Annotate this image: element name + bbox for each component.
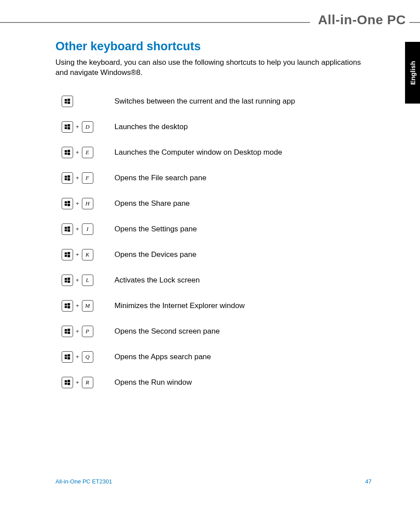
plus-separator: + <box>76 200 79 207</box>
shortcut-description: Switches between the current and the las… <box>114 97 295 106</box>
svg-rect-42 <box>65 357 67 359</box>
letter-key: H <box>82 198 93 209</box>
shortcut-row: +POpens the Second screen pane <box>62 319 372 344</box>
shortcut-row: +HOpens the Share pane <box>62 191 372 216</box>
svg-rect-45 <box>67 380 70 382</box>
svg-rect-9 <box>67 150 70 152</box>
windows-icon <box>64 354 70 360</box>
svg-rect-5 <box>67 124 70 126</box>
shortcut-keys: +H <box>62 198 114 209</box>
svg-rect-41 <box>67 354 70 357</box>
plus-separator: + <box>76 328 79 334</box>
svg-rect-21 <box>67 227 70 229</box>
svg-rect-13 <box>67 175 70 178</box>
windows-icon <box>64 303 70 309</box>
footer-page-number: 47 <box>365 478 372 485</box>
letter-key: Q <box>82 351 93 363</box>
svg-rect-34 <box>65 306 67 308</box>
shortcut-keys: +F <box>62 172 114 184</box>
svg-rect-22 <box>65 229 67 231</box>
letter-key: F <box>82 172 93 184</box>
svg-rect-35 <box>67 306 70 308</box>
plus-separator: + <box>76 379 79 386</box>
shortcut-keys: +K <box>62 249 114 260</box>
section-heading: Other keyboard shortcuts <box>55 40 372 53</box>
shortcut-description: Opens the Run window <box>114 378 192 387</box>
shortcut-description: Opens the Second screen pane <box>114 327 220 336</box>
svg-rect-43 <box>67 357 70 359</box>
shortcut-description: Launches the Computer window on Desktop … <box>114 148 282 157</box>
letter-key: I <box>82 223 93 235</box>
svg-rect-14 <box>65 178 67 180</box>
svg-rect-7 <box>67 127 70 129</box>
windows-key <box>62 351 73 363</box>
svg-rect-11 <box>67 152 70 155</box>
footer-model: All-in-One PC ET2301 <box>55 478 112 485</box>
svg-rect-18 <box>65 204 67 205</box>
plus-separator: + <box>76 175 79 181</box>
svg-rect-24 <box>65 253 67 254</box>
shortcut-row: +DLaunches the desktop <box>62 114 372 140</box>
shortcut-description: Activates the Lock screen <box>114 276 200 285</box>
plus-separator: + <box>76 123 79 130</box>
plus-separator: + <box>76 226 79 232</box>
windows-icon <box>64 98 70 104</box>
shortcut-keys: +Q <box>62 351 114 363</box>
shortcut-row: +KOpens the Devices pane <box>62 242 372 268</box>
windows-key <box>62 326 73 337</box>
shortcut-description: Opens the Share pane <box>114 199 190 208</box>
shortcut-description: Minimizes the Internet Explorer window <box>114 301 245 310</box>
shortcut-description: Opens the Devices pane <box>114 250 196 259</box>
svg-rect-46 <box>65 383 67 384</box>
plus-separator: + <box>76 149 79 156</box>
windows-icon <box>64 201 70 207</box>
svg-rect-17 <box>67 201 70 203</box>
language-tab-label: English <box>409 61 416 85</box>
svg-rect-44 <box>65 380 67 382</box>
windows-key <box>62 275 73 286</box>
letter-key: K <box>82 249 93 260</box>
svg-rect-28 <box>65 278 67 280</box>
svg-rect-25 <box>67 252 70 254</box>
windows-icon <box>64 175 70 181</box>
page-footer: All-in-One PC ET2301 47 <box>55 478 372 485</box>
svg-rect-33 <box>67 303 70 305</box>
shortcut-keys <box>62 96 114 107</box>
shortcut-description: Opens the Apps search pane <box>114 353 211 361</box>
shortcut-keys: +L <box>62 275 114 286</box>
shortcut-description: Opens the Settings pane <box>114 225 197 234</box>
shortcut-keys: +P <box>62 326 114 337</box>
windows-key <box>62 198 73 209</box>
windows-icon <box>64 277 70 283</box>
svg-rect-3 <box>67 101 70 104</box>
letter-key: R <box>82 377 93 388</box>
shortcut-keys: +R <box>62 377 114 388</box>
plus-separator: + <box>76 302 79 309</box>
brand-title: All-in-One PC <box>310 12 409 27</box>
windows-key <box>62 377 73 388</box>
shortcut-description: Launches the desktop <box>114 123 188 131</box>
language-tab: English <box>405 42 420 104</box>
windows-icon <box>64 226 70 232</box>
svg-rect-27 <box>67 255 70 257</box>
svg-rect-1 <box>67 99 70 101</box>
shortcut-row: +ELaunches the Computer window on Deskto… <box>62 140 372 165</box>
svg-rect-19 <box>67 204 70 206</box>
windows-icon <box>64 379 70 386</box>
intro-paragraph: Using the keyboard, you can also use the… <box>55 58 372 78</box>
svg-rect-39 <box>67 331 70 334</box>
windows-key <box>62 121 73 133</box>
shortcut-row: Switches between the current and the las… <box>62 89 372 114</box>
letter-key: L <box>82 275 93 286</box>
shortcut-row: +MMinimizes the Internet Explorer window <box>62 293 372 319</box>
svg-rect-0 <box>65 99 67 101</box>
svg-rect-38 <box>65 331 67 333</box>
svg-rect-32 <box>65 304 67 305</box>
svg-rect-8 <box>65 150 67 152</box>
windows-icon <box>64 252 70 258</box>
windows-key <box>62 147 73 158</box>
svg-rect-4 <box>65 125 67 126</box>
plus-separator: + <box>76 353 79 360</box>
shortcuts-table: Switches between the current and the las… <box>62 89 372 395</box>
svg-rect-15 <box>67 178 70 180</box>
